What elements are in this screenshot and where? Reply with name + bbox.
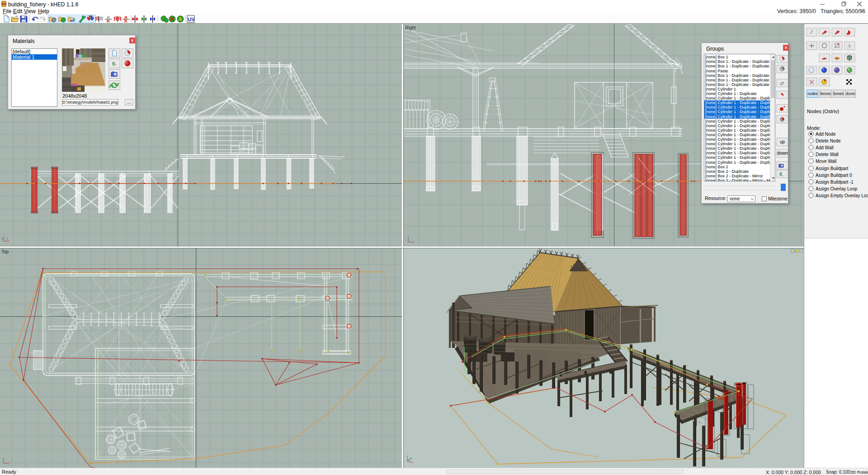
svg-text:R: R	[99, 15, 104, 22]
svg-text:R: R	[107, 19, 110, 24]
svg-text:Assign Buildpart: Assign Buildpart	[816, 166, 848, 171]
svg-text:Delete Node: Delete Node	[816, 138, 841, 143]
svg-text:x: x	[1, 237, 3, 240]
svg-text:Я: Я	[113, 15, 118, 22]
svg-text:Я: Я	[95, 15, 99, 22]
svg-text:Assign Empty Overlay Loop: Assign Empty Overlay Loop	[816, 193, 868, 198]
svg-text:Delete Wall: Delete Wall	[816, 152, 839, 157]
svg-text:down: down	[777, 151, 788, 156]
svg-text:R: R	[124, 19, 127, 24]
svg-text:up: up	[780, 139, 785, 144]
svg-text:Right: Right	[405, 25, 416, 30]
svg-text:Assign Buildpart 0: Assign Buildpart 0	[816, 173, 852, 178]
svg-text:R: R	[118, 15, 122, 22]
svg-text:A: A	[179, 17, 182, 22]
svg-text:Assign Overlay Loop: Assign Overlay Loop	[816, 186, 858, 191]
svg-text:z: z	[6, 237, 8, 240]
svg-text:Resource:: Resource:	[705, 195, 726, 201]
svg-text:Assign Buildpart -1: Assign Buildpart -1	[816, 180, 854, 185]
svg-text:Top: Top	[1, 249, 9, 254]
svg-text:Add Wall: Add Wall	[816, 145, 834, 150]
svg-text:Add Node: Add Node	[816, 132, 836, 137]
svg-text:UV: UV	[188, 17, 195, 22]
svg-text:Move Wall: Move Wall	[816, 159, 836, 164]
